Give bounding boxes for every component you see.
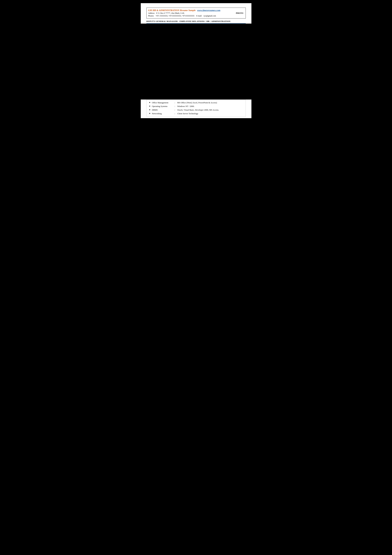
deputy-title: DEPUTY GENERAL MANAGER - EMPLOYEE RELATI… bbox=[146, 20, 231, 22]
phones-label: Phones: bbox=[148, 15, 154, 17]
skill-name-networking: Networking bbox=[152, 112, 174, 115]
skill-row-dbms: ✦ DBMS : Oracle, Visual Basic, Developer… bbox=[149, 109, 243, 111]
address-value: P. O. Box # 77777, Abu Dhabi, UAE. bbox=[156, 12, 185, 14]
resume-title: GM HR & ADMINISTRATION Resume Sample bbox=[148, 9, 196, 12]
email-value: xyz@gmail.com bbox=[204, 15, 216, 17]
bottom-black-area bbox=[141, 118, 251, 185]
skills-table: ✦ Office Management : MS Office (Word, E… bbox=[146, 100, 246, 117]
deputy-section: DEPUTY GENERAL MANAGER - EMPLOYEE RELATI… bbox=[146, 20, 246, 24]
white-top-section: GM HR & ADMINISTRATION Resume Sample www… bbox=[141, 3, 251, 24]
skill-name-office: Office Management bbox=[152, 102, 174, 104]
photo-label: PHOTO bbox=[236, 12, 243, 15]
main-black-area bbox=[141, 24, 251, 100]
skill-name-dbms: DBMS bbox=[152, 109, 174, 111]
skill-value-networking: Client Server Technology bbox=[177, 112, 198, 115]
header-address: Address: P. O. Box # 77777, Abu Dhabi, U… bbox=[148, 12, 244, 15]
colon-os: : bbox=[174, 105, 176, 108]
website-link[interactable]: www.timesresumes.com bbox=[197, 9, 220, 12]
address-label: Address: bbox=[148, 12, 155, 14]
skill-name-os: Operating Systems bbox=[152, 105, 174, 108]
email-label: E-mail: bbox=[196, 15, 202, 17]
header-box: GM HR & ADMINISTRATION Resume Sample www… bbox=[146, 7, 246, 19]
skills-white-section: ✦ Office Management : MS Office (Word, E… bbox=[141, 100, 251, 118]
colon-networking: : bbox=[174, 112, 176, 115]
bullet-os: ✦ bbox=[149, 105, 151, 108]
header-phones: Phones: +971 55555555; +971555555555; +9… bbox=[148, 15, 244, 17]
skill-row-networking: ✦ Networking : Client Server Technology bbox=[149, 112, 243, 115]
bullet-dbms: ✦ bbox=[149, 109, 151, 111]
skill-row-os: ✦ Operating Systems : Windows NT / 2000. bbox=[149, 105, 243, 108]
header-title-line: GM HR & ADMINISTRATION Resume Sample www… bbox=[148, 9, 244, 12]
colon-office: : bbox=[174, 102, 176, 104]
phones-value: +971 55555555; +971555555555; +971555555… bbox=[156, 15, 194, 17]
skill-value-dbms: Oracle, Visual Basic, Developer 2000, MS… bbox=[177, 109, 219, 111]
bullet-networking: ✦ bbox=[149, 112, 151, 115]
skill-value-office: MS Office (Word, Excel, PowerPoint & Acc… bbox=[177, 102, 217, 104]
bullet-office: ✦ bbox=[149, 101, 151, 104]
colon-dbms: : bbox=[174, 109, 176, 111]
skill-row-office: ✦ Office Management : MS Office (Word, E… bbox=[149, 101, 243, 104]
document-wrapper: GM HR & ADMINISTRATION Resume Sample www… bbox=[141, 3, 251, 185]
skill-value-os: Windows NT / 2000. bbox=[177, 105, 194, 108]
